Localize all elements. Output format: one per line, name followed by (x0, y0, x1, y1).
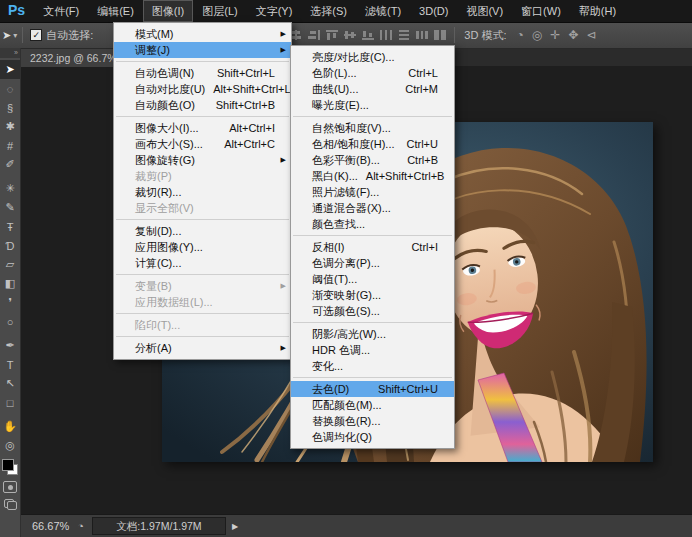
foreground-color-swatch[interactable] (2, 459, 14, 471)
history-brush-tool[interactable]: Ɗ (0, 236, 20, 255)
panel-collapse-icon[interactable]: » (0, 48, 20, 58)
path-selection-tool[interactable]: ↖ (0, 374, 20, 393)
3d-orbit-icon[interactable]: ◔ (516, 28, 523, 42)
adjustments-menu-item[interactable]: 黑白(K)... Alt+Shift+Ctrl+B (291, 168, 454, 184)
adjustments-menu-item[interactable] (293, 116, 452, 117)
menubar-item-window[interactable]: 窗口(W) (512, 0, 570, 22)
image-menu-item[interactable]: 画布大小(S)... Alt+Ctrl+C (114, 136, 291, 152)
marquee-tool[interactable]: ◌ (0, 79, 20, 98)
adjustments-menu-item[interactable]: 色调均化(Q) (291, 429, 454, 445)
menubar-item-filter[interactable]: 滤镜(T) (356, 0, 410, 22)
adjustments-menu-item[interactable]: 曲线(U)... Ctrl+M (291, 81, 454, 97)
status-expand-arrow-icon[interactable]: ▶ (228, 520, 242, 533)
menubar-item-help[interactable]: 帮助(H) (570, 0, 625, 22)
clone-stamp-tool[interactable]: Ŧ (0, 217, 20, 236)
image-menu-item[interactable]: 裁切(R)... (114, 184, 291, 200)
menu-item-desaturate[interactable]: 去色(D) Shift+Ctrl+U (291, 381, 454, 397)
adjustments-menu-item[interactable]: 色相/饱和度(H)... Ctrl+U (291, 136, 454, 152)
adjustments-menu-item[interactable] (293, 377, 452, 378)
image-menu-item[interactable] (116, 219, 289, 220)
adjustments-menu-item[interactable]: 变化... (291, 358, 454, 374)
magic-wand-tool[interactable]: ✱ (0, 117, 20, 136)
menubar-item-file[interactable]: 文件(F) (34, 0, 88, 22)
image-menu-item[interactable]: 变量(B) ▶ (114, 278, 291, 294)
adjustments-menu-item[interactable]: 色阶(L)... Ctrl+L (291, 65, 454, 81)
image-menu-item[interactable]: 模式(M) ▶ (114, 26, 291, 42)
align-right-icon[interactable] (307, 29, 321, 41)
adjustments-menu-item[interactable]: 阈值(T)... (291, 271, 454, 287)
menubar-item-image[interactable]: 图像(I) (143, 0, 193, 22)
pen-tool[interactable]: ✒ (0, 336, 20, 355)
quick-mask-button[interactable] (3, 481, 17, 493)
adjustments-menu-item[interactable]: 颜色查找... (291, 216, 454, 232)
adjustments-menu-item[interactable]: 反相(I) Ctrl+I (291, 239, 454, 255)
eyedropper-tool[interactable]: ✐ (0, 155, 20, 174)
adjustments-menu-item[interactable]: 匹配颜色(M)... (291, 397, 454, 413)
adjustments-menu-item[interactable] (293, 322, 452, 323)
image-menu-item[interactable]: 图像旋转(G) ▶ (114, 152, 291, 168)
image-menu-item[interactable]: 自动颜色(O) Shift+Ctrl+B (114, 97, 291, 113)
image-menu-item[interactable] (116, 274, 289, 275)
lasso-tool[interactable]: § (0, 98, 20, 117)
adjustments-menu-item[interactable]: 照片滤镜(F)... (291, 184, 454, 200)
3d-camera-icon[interactable]: ⊲ (586, 28, 596, 42)
move-tool-preset-icon[interactable]: ➤ (0, 29, 13, 42)
menubar-item-view[interactable]: 视图(V) (457, 0, 512, 22)
hand-tool[interactable]: ✋ (0, 417, 20, 436)
tool-preset-caret-icon[interactable]: ▾ (13, 31, 17, 40)
adjustments-menu-item[interactable]: 色调分离(P)... (291, 255, 454, 271)
image-menu-item[interactable]: 应用图像(Y)... (114, 239, 291, 255)
rectangle-tool[interactable]: □ (0, 393, 20, 412)
adjustments-menu-item[interactable]: 自然饱和度(V)... (291, 120, 454, 136)
image-menu-item[interactable] (116, 61, 289, 62)
align-vcenter-icon[interactable] (343, 29, 357, 41)
adjustments-menu-item[interactable]: HDR 色调... (291, 342, 454, 358)
image-menu-item[interactable]: 自动对比度(U) Alt+Shift+Ctrl+L (114, 81, 291, 97)
image-menu-item[interactable] (116, 116, 289, 117)
brush-tool[interactable]: ✎ (0, 198, 20, 217)
adjustments-menu-item[interactable]: 通道混合器(X)... (291, 200, 454, 216)
menubar-item-edit[interactable]: 编辑(E) (88, 0, 143, 22)
screen-mode-button[interactable] (4, 499, 17, 510)
dodge-tool[interactable]: ○ (0, 312, 20, 331)
3d-roll-icon[interactable]: ◎ (532, 28, 542, 42)
image-menu-item[interactable] (116, 313, 289, 314)
image-menu-item[interactable]: 自动色调(N) Shift+Ctrl+L (114, 65, 291, 81)
zoom-level-field[interactable]: 66.67% (32, 520, 69, 532)
adjustments-menu-item[interactable]: 色彩平衡(B)... Ctrl+B (291, 152, 454, 168)
distribute-vertical-icon[interactable] (397, 29, 411, 41)
3d-slide-icon[interactable]: ✥ (568, 28, 578, 42)
gradient-tool[interactable]: ◧ (0, 274, 20, 293)
auto-select-checkbox[interactable]: ✓ (30, 29, 42, 41)
image-menu-item[interactable]: 裁剪(P) (114, 168, 291, 184)
image-menu-item[interactable]: 应用数据组(L)... (114, 294, 291, 310)
adjustments-menu-item[interactable]: 可选颜色(S)... (291, 303, 454, 319)
menubar-item-type[interactable]: 文字(Y) (247, 0, 302, 22)
crop-tool[interactable]: # (0, 136, 20, 155)
align-bottom-icon[interactable] (361, 29, 375, 41)
type-tool[interactable]: T (0, 355, 20, 374)
adjustments-menu-item[interactable]: 曝光度(E)... (291, 97, 454, 113)
move-tool[interactable]: ➤ (0, 60, 20, 79)
menubar-item-layer[interactable]: 图层(L) (193, 0, 246, 22)
menubar-item-3d[interactable]: 3D(D) (410, 0, 457, 22)
image-menu-item[interactable]: 陷印(T)... (114, 317, 291, 333)
auto-align-layers-icon[interactable] (433, 29, 447, 41)
eraser-tool[interactable]: ▱ (0, 255, 20, 274)
image-menu-item[interactable]: 图像大小(I)... Alt+Ctrl+I (114, 120, 291, 136)
image-menu-item[interactable]: 显示全部(V) (114, 200, 291, 216)
image-menu-item[interactable] (116, 336, 289, 337)
adjustments-menu-item[interactable]: 渐变映射(G)... (291, 287, 454, 303)
image-menu-item[interactable]: 计算(C)... (114, 255, 291, 271)
distribute-widths-icon[interactable] (415, 29, 429, 41)
3d-pan-icon[interactable]: ✛ (550, 28, 560, 42)
adjustments-menu-item[interactable]: 替换颜色(R)... (291, 413, 454, 429)
adjustments-menu-item[interactable]: 亮度/对比度(C)... (291, 49, 454, 65)
zoom-tool[interactable]: ◎ (0, 436, 20, 455)
document-tab[interactable]: 2232.jpg @ 66.7% (20, 49, 128, 67)
healing-brush-tool[interactable]: ✳ (0, 179, 20, 198)
menu-item-adjustments[interactable]: 调整(J) ▶ (114, 42, 291, 58)
image-menu-item[interactable]: 分析(A) ▶ (114, 340, 291, 356)
adjustments-menu-item[interactable]: 阴影/高光(W)... (291, 326, 454, 342)
align-top-icon[interactable] (325, 29, 339, 41)
